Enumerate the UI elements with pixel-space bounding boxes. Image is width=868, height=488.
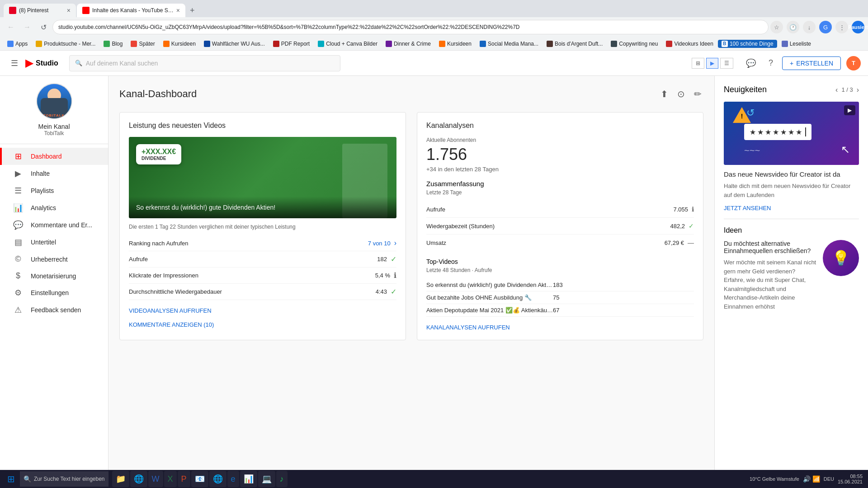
play-view-button[interactable]: ▶ bbox=[706, 58, 718, 69]
search-taskbar-label: Zur Suche Text hier eingeben bbox=[34, 476, 105, 482]
sidebar-item-monetarisierung[interactable]: $ Monetarisierung bbox=[0, 267, 108, 284]
taskbar-item-word[interactable]: W bbox=[148, 471, 163, 487]
start-button[interactable]: ⊞ bbox=[2, 470, 20, 488]
video-thumbnail[interactable]: +XXX.XX€ DIVIDENDE So erkennst du (wirkl… bbox=[129, 137, 396, 218]
bookmark-leseliste[interactable]: Leseliste bbox=[778, 40, 815, 48]
taskbar-item-edge[interactable]: 🌐 bbox=[130, 471, 147, 487]
sidebar-item-feedback[interactable]: ⚠ Feedback senden bbox=[0, 301, 108, 319]
top-video-title-3: Aktien Depotupdate Mai 2021 ✅💰 Aktienkäu… bbox=[426, 307, 553, 314]
taskbar-item-chrome[interactable]: 🌐 bbox=[209, 471, 226, 487]
bookmark-pdf[interactable]: PDF Report bbox=[269, 40, 313, 48]
bookmark-dinner[interactable]: Dinner & Crime bbox=[382, 40, 434, 48]
bookmark-apps[interactable]: Apps bbox=[4, 40, 31, 48]
edit-button[interactable]: ✏ bbox=[692, 87, 703, 101]
bookmark-kursideen2[interactable]: Kursideen bbox=[435, 40, 475, 48]
top-video-title-1: So erkennst du (wirklich!) gute Dividend… bbox=[426, 282, 553, 288]
taskbar-item-excel[interactable]: X bbox=[164, 471, 177, 487]
news-action-button[interactable]: JETZT ANSEHEN bbox=[724, 205, 771, 211]
summary-row-umsatz: Umsatz 67,29 € — bbox=[426, 235, 694, 251]
comments-link[interactable]: KOMMENTARE ANZEIGEN (10) bbox=[129, 321, 214, 328]
summary-row-wiedergabe: Wiedergabezeit (Stunden) 482,2 ✓ bbox=[426, 218, 694, 235]
yt-studio-logo: ▶ Studio bbox=[25, 57, 58, 69]
messages-button[interactable]: 💬 bbox=[742, 55, 760, 72]
address-bar[interactable]: studio.youtube.com/channel/UC6N5u-OiGz_u… bbox=[52, 20, 769, 34]
settings-icon[interactable]: ⋮ bbox=[835, 21, 848, 33]
ideas-icon: 💡 bbox=[823, 240, 859, 276]
sidebar-item-untertitel[interactable]: ▤ Untertitel bbox=[0, 234, 108, 251]
grid-view-button[interactable]: ⊞ bbox=[692, 58, 704, 69]
hamburger-button[interactable]: ☰ bbox=[7, 55, 22, 72]
new-tab-button[interactable]: + bbox=[186, 4, 198, 17]
search-taskbar[interactable]: 🔍 Zur Suche Text hier eingeben bbox=[20, 471, 108, 487]
stat-label-ranking: Ranking nach Aufrufen bbox=[129, 240, 368, 247]
reload-button[interactable]: ↺ bbox=[36, 20, 51, 34]
create-plus-icon: + bbox=[790, 60, 793, 67]
bookmark-kursideen1[interactable]: Kursideen bbox=[160, 40, 199, 48]
taskbar-item-powerpoint[interactable]: P bbox=[178, 471, 190, 487]
summary-row-aufrufe: Aufrufe 7.055 ℹ bbox=[426, 201, 694, 218]
taskbar-item-app1[interactable]: 📊 bbox=[240, 471, 257, 487]
bookmark-blog[interactable]: Blog bbox=[100, 40, 126, 48]
taskbar-item-app2[interactable]: 💻 bbox=[258, 471, 275, 487]
user-avatar[interactable]: T bbox=[846, 56, 861, 70]
tray-clock: 08:55 15.06.2021 bbox=[838, 474, 863, 484]
downloads-icon[interactable]: ↓ bbox=[803, 21, 816, 33]
bookmarks-star-icon[interactable]: ☆ bbox=[770, 21, 783, 33]
video-analytics-link[interactable]: VIDEOANALYSEN AUFRUFEN bbox=[129, 307, 212, 314]
bookmark-schoene[interactable]: B 100 schöne Dinge bbox=[718, 40, 777, 48]
pause-button[interactable]: Pausiert bbox=[852, 21, 864, 33]
taskbar-item-explorer[interactable]: 📁 bbox=[112, 471, 129, 487]
stat-icon-aufrufe: ✓ bbox=[391, 255, 396, 263]
analytics-card-title: Kanalanalysen bbox=[426, 122, 694, 130]
news-next-button[interactable]: › bbox=[857, 86, 859, 94]
help-button[interactable]: ? bbox=[765, 55, 777, 71]
upload-button[interactable]: ⬆ bbox=[659, 87, 670, 101]
search-taskbar-icon: 🔍 bbox=[24, 475, 31, 483]
sidebar-item-inhalte[interactable]: ▶ Inhalte bbox=[0, 165, 108, 182]
tab-close-youtube[interactable]: × bbox=[176, 7, 180, 14]
yt-header: ☰ ▶ Studio 🔍 ⊞ ▶ ☰ 💬 ? + ERSTELLEN T bbox=[0, 51, 868, 76]
sidebar-item-urheberrecht[interactable]: © Urheberrecht bbox=[0, 251, 108, 267]
history-icon[interactable]: 🕐 bbox=[787, 21, 799, 33]
bookmark-social[interactable]: Social Media Mana... bbox=[476, 40, 542, 48]
bookmark-cloud[interactable]: Cloud + Canva Bilder bbox=[314, 40, 381, 48]
news-refresh-icon: ↺ bbox=[746, 107, 755, 119]
tab-close-pinterest[interactable]: × bbox=[67, 7, 71, 14]
tab-youtube-studio[interactable]: Inhalte des Kanals - YouTube St... × bbox=[77, 4, 185, 17]
bookmark-produktsuche[interactable]: Produktsuche - Mer... bbox=[32, 40, 99, 48]
bookmark-copywriting[interactable]: Copywriting neu bbox=[607, 40, 661, 48]
taskbar-item-spotify[interactable]: ♪ bbox=[276, 471, 288, 487]
tab-pinterest[interactable]: (8) Pinterest × bbox=[4, 4, 76, 17]
taskbar-item-browser2[interactable]: e bbox=[227, 471, 239, 487]
account-icon[interactable]: G bbox=[819, 21, 832, 33]
sidebar-item-einstellungen[interactable]: ⚙ Einstellungen bbox=[0, 284, 108, 301]
bookmark-videokurs[interactable]: Videokurs Ideen bbox=[662, 40, 717, 48]
taskbar-tray: 10°C Gelbe Warnstufe 🔊 📶 DEU 08:55 15.06… bbox=[750, 474, 866, 484]
kanal-analytics-link[interactable]: KANALANALYSEN AUFRUFEN bbox=[426, 324, 510, 331]
bookmark-wahlfaecher[interactable]: Wahlfächer WU Aus... bbox=[200, 40, 269, 48]
sidebar-item-analytics[interactable]: 📊 Analytics bbox=[0, 199, 108, 216]
news-cursor-icon: ↖ bbox=[841, 143, 850, 156]
news-prev-button[interactable]: ‹ bbox=[835, 86, 838, 94]
live-button[interactable]: ⊙ bbox=[675, 87, 687, 101]
forward-button[interactable]: → bbox=[20, 20, 34, 34]
bookmark-bois[interactable]: Bois d'Argent Duft... bbox=[543, 40, 606, 48]
news-nav: ‹ 1 / 3 › bbox=[835, 86, 859, 94]
news-header: Neuigkeiten ‹ 1 / 3 › bbox=[724, 85, 859, 94]
list-view-button[interactable]: ☰ bbox=[720, 58, 733, 69]
sidebar-item-kommentare[interactable]: 💬 Kommentare und Er... bbox=[0, 216, 108, 234]
channel-avatar[interactable]: TOBITALK bbox=[36, 83, 72, 119]
sidebar-item-playlists[interactable]: ☰ Playlists bbox=[0, 182, 108, 199]
back-button[interactable]: ← bbox=[4, 20, 18, 34]
create-button[interactable]: + ERSTELLEN bbox=[782, 56, 841, 70]
search-input[interactable] bbox=[86, 60, 335, 67]
taskbar-item-unknown1[interactable]: 📧 bbox=[191, 471, 208, 487]
bookmark-label-blog: Blog bbox=[112, 41, 123, 47]
address-text: studio.youtube.com/channel/UC6N5u-OiGz_u… bbox=[58, 24, 520, 30]
tab-title-pinterest: (8) Pinterest bbox=[19, 7, 64, 14]
bookmark-spaeter[interactable]: Später bbox=[127, 40, 158, 48]
search-bar[interactable]: 🔍 bbox=[69, 55, 340, 71]
sidebar-item-dashboard[interactable]: ⊞ Dashboard bbox=[0, 148, 108, 165]
news-card-image: ★★★★★★★ ! ↺ ↖ ▶ ~~~ bbox=[724, 102, 859, 165]
bookmark-label-produktsuche: Produktsuche - Mer... bbox=[44, 41, 95, 47]
